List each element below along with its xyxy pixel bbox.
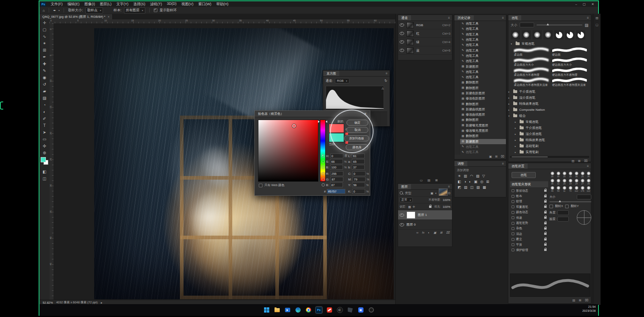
adjustment-icon[interactable]: ◐	[469, 180, 471, 184]
horizontal-scrollbar[interactable]	[510, 156, 589, 158]
a-field[interactable]: 65	[352, 159, 365, 164]
history-entry[interactable]: 画笔工具	[454, 21, 506, 26]
lock-icon[interactable]	[544, 201, 547, 203]
document-tab[interactable]: QAQ_0677.jpg @ 52.8% (图层 1, RGB/8#) * ×	[39, 14, 113, 19]
cached-data-warning-icon[interactable]: ⚠	[382, 87, 384, 90]
lock-all-icon[interactable]	[429, 206, 431, 208]
history-source-checkbox[interactable]	[454, 112, 460, 117]
panel-menu-icon[interactable]: ≡	[386, 72, 390, 75]
layers-footer-icon[interactable]: fx	[422, 231, 425, 234]
tab-close-icon[interactable]: ×	[108, 15, 109, 18]
home-icon[interactable]: ⌂	[43, 8, 45, 12]
brush-preset[interactable]: 柔边圆压力不透明度	[514, 68, 550, 77]
tab-histogram[interactable]: 直方图	[323, 71, 339, 76]
history-entry[interactable]: 新建曲线图层	[454, 107, 506, 112]
brushes-button[interactable]: 画笔	[512, 172, 536, 178]
brush-option-row[interactable]: 平滑	[510, 242, 548, 247]
history-entry[interactable]: 新建图层	[454, 64, 506, 69]
brush-option-row[interactable]: 建立	[510, 237, 548, 242]
b-field[interactable]: 100	[330, 165, 343, 170]
tool-button[interactable]: ↺	[39, 81, 50, 88]
menu-item[interactable]: 编辑(E)	[65, 2, 82, 7]
history-entry[interactable]: 新建曝光度图层	[454, 123, 506, 128]
fill-value[interactable]: 100%	[443, 205, 450, 209]
tool-button[interactable]: T	[39, 122, 50, 129]
adjustment-icon[interactable]: ▧	[477, 185, 480, 189]
brushes-footer-icon[interactable]: ⊞	[578, 159, 580, 163]
brush-option-checkbox[interactable]	[512, 216, 514, 219]
brush-tip-cell[interactable]: 36	[549, 178, 555, 185]
brush-tip-cell[interactable]: 70	[568, 186, 573, 193]
history-entry[interactable]: 删除图层	[454, 133, 506, 139]
visibility-eye-icon[interactable]	[400, 223, 404, 226]
brush-option-row[interactable]: 形状动态	[510, 188, 548, 193]
tool-button[interactable]: ◉	[39, 74, 50, 81]
brush-folder-row[interactable]: ▾ 组合	[508, 113, 591, 119]
brush-option-checkbox[interactable]	[512, 189, 514, 192]
collapsed-panel-icon[interactable]: ▭	[420, 178, 423, 182]
lock-icon[interactable]	[544, 217, 547, 219]
h-field[interactable]: 0	[330, 153, 343, 158]
flip-y-checkbox[interactable]	[565, 205, 569, 208]
history-entry[interactable]: 画笔工具	[454, 42, 506, 48]
taskbar-clock[interactable]: 21:54 2023/3/28	[582, 305, 596, 313]
roundness-field[interactable]	[557, 217, 569, 222]
lock-icon[interactable]	[544, 195, 547, 197]
taskbar-icon[interactable]	[263, 307, 270, 313]
adjustment-icon[interactable]: ◑	[464, 180, 466, 184]
menu-item[interactable]: 图像(I)	[82, 2, 98, 7]
tool-mode-button[interactable]: ◫	[39, 175, 50, 182]
layer-filter-icon[interactable]: ◐	[435, 191, 437, 195]
h-radio[interactable]	[322, 154, 325, 157]
brush-folder-row[interactable]: ▸ 实用笔刷	[508, 149, 591, 155]
tool-button[interactable]: ✶	[39, 40, 50, 47]
s-field[interactable]: 66	[330, 159, 343, 164]
brush-option-row[interactable]: 双重画笔	[510, 204, 548, 209]
brush-folder-row[interactable]: ▸ 干介质画笔	[508, 89, 591, 95]
visibility-eye-icon[interactable]	[400, 49, 404, 52]
visibility-eye-icon[interactable]	[400, 23, 404, 27]
brushes-footer-icon[interactable]: ▤	[572, 159, 574, 163]
c-field[interactable]: 0	[353, 171, 365, 176]
lock-icon[interactable]	[544, 206, 547, 208]
collapsed-panel-icon[interactable]: ▤	[427, 178, 430, 182]
sample-dropdown[interactable]: 所有图层▾	[124, 7, 145, 14]
r-radio[interactable]	[322, 172, 325, 175]
brush-option-row[interactable]: 传递	[510, 215, 548, 220]
adjustment-icon[interactable]: ◫	[470, 185, 474, 189]
history-source-checkbox[interactable]	[454, 96, 460, 101]
brush-settings-footer-icon[interactable]: ⊞	[579, 298, 581, 302]
history-entry[interactable]: 删除图层	[454, 117, 506, 122]
brush-folder-row[interactable]: ▸ 特殊效果画笔	[508, 137, 591, 143]
brush-tip-cell[interactable]: 25	[561, 171, 567, 178]
brush-option-checkbox[interactable]	[512, 249, 514, 251]
y-field[interactable]: 56	[352, 182, 365, 187]
visibility-eye-icon[interactable]	[400, 213, 404, 217]
filter-type-label[interactable]: 类型	[405, 191, 411, 195]
brush-tip-cell[interactable]: 27	[580, 178, 585, 185]
brush-option-checkbox[interactable]	[512, 200, 514, 203]
taskbar-icon[interactable]	[295, 307, 301, 313]
web-only-checkbox[interactable]	[259, 184, 262, 187]
history-entry[interactable]: 画笔工具	[454, 48, 506, 53]
history-entry[interactable]: 删除图层	[454, 101, 506, 106]
brush-option-checkbox[interactable]	[512, 205, 514, 208]
recent-brush[interactable]	[543, 30, 553, 39]
brush-tip-cell[interactable]: 25	[568, 171, 573, 178]
lock-option-icon[interactable]: ✛	[413, 205, 415, 209]
brush-folder-row[interactable]: ▸ 干介质画笔	[508, 125, 591, 131]
tab-adjustments[interactable]: 调整	[454, 161, 467, 166]
history-entry[interactable]: 修改曝光度图层	[454, 128, 506, 133]
tab-brush-settings[interactable]: 画笔设置	[508, 164, 528, 169]
brush-option-row[interactable]: 颜色动态	[510, 210, 548, 215]
brush-tip-cell[interactable]: 25	[580, 171, 585, 178]
recent-brush[interactable]	[565, 30, 574, 39]
adjustment-icon[interactable]: ▽	[482, 174, 485, 178]
history-entry[interactable]: 修改色阶图层	[454, 96, 506, 101]
brush-option-row[interactable]: 画笔笔势	[510, 220, 548, 226]
blend-mode-dropdown[interactable]: 正常▾	[400, 197, 413, 202]
history-entry[interactable]: 删除图层	[454, 85, 506, 91]
history-entry[interactable]: 画笔工具	[454, 58, 506, 64]
tool-button[interactable]: ▢	[39, 26, 50, 33]
angle-field[interactable]	[557, 210, 569, 215]
